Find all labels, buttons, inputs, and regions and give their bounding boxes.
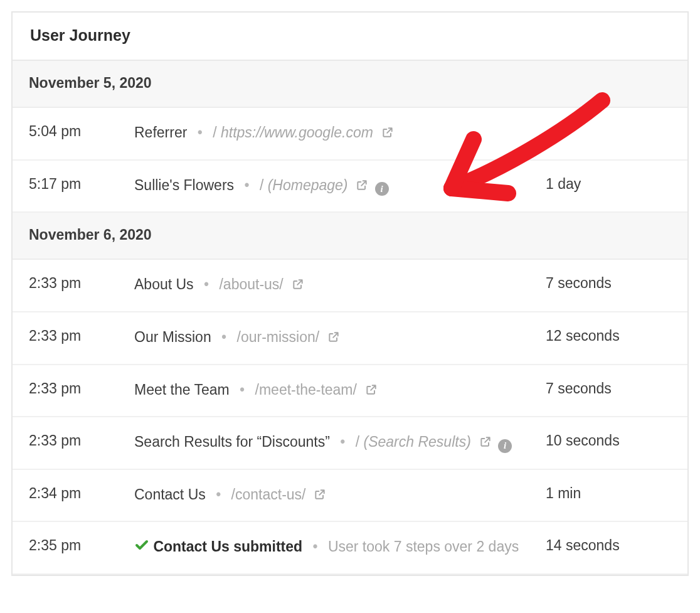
entry-time: 2:35 pm [29, 536, 134, 554]
journey-entry-submission: 2:35 pm Contact Us submitted • User took… [13, 522, 687, 575]
entry-path: /our-mission/ [237, 329, 320, 345]
entry-title: Meet the Team [134, 381, 230, 398]
external-link-icon[interactable] [314, 485, 326, 508]
check-icon [134, 537, 149, 560]
entry-duration: 10 seconds [546, 431, 671, 449]
path-slash: / [260, 177, 268, 193]
entry-main: About Us • /about-us/ [134, 274, 546, 297]
journey-entry: 2:33 pm Meet the Team • /meet-the-team/ … [13, 365, 687, 418]
external-link-icon[interactable] [356, 176, 368, 198]
entry-time: 2:33 pm [29, 379, 134, 397]
journey-entry: 5:17 pm Sullie's Flowers • / (Homepage) … [13, 161, 687, 213]
submission-title: Contact Us submitted [153, 538, 302, 555]
entry-duration: 1 min [546, 484, 671, 502]
separator-dot: • [198, 276, 215, 292]
external-link-icon[interactable] [365, 380, 378, 403]
path-slash: / [356, 434, 364, 450]
date-header: November 5, 2020 [13, 61, 687, 108]
entry-title: Our Mission [134, 329, 211, 345]
entry-duration: 7 seconds [546, 379, 671, 397]
entry-main: Contact Us • /contact-us/ [134, 484, 546, 508]
separator-dot: • [191, 124, 209, 141]
entry-duration: 7 seconds [546, 274, 671, 292]
entry-duration: 12 seconds [546, 326, 671, 344]
entry-time: 2:33 pm [29, 431, 134, 449]
entry-duration: 14 seconds [546, 536, 671, 554]
entry-path: /contact-us/ [231, 486, 306, 503]
entry-path: /meet-the-team/ [255, 381, 357, 398]
submission-summary: User took 7 steps over 2 days [328, 538, 519, 555]
journey-entry: 2:33 pm Our Mission • /our-mission/ 12 s… [13, 312, 687, 365]
entry-main: Contact Us submitted • User took 7 steps… [134, 536, 546, 560]
entry-title: Search Results for “Discounts” [134, 434, 330, 450]
entry-time: 2:34 pm [29, 484, 134, 502]
external-link-icon[interactable] [381, 123, 394, 146]
journey-entry: 5:04 pm Referrer • / https://www.google.… [13, 108, 687, 161]
entry-duration: 1 day [546, 174, 671, 193]
entry-time: 5:17 pm [29, 174, 134, 193]
entry-time: 2:33 pm [29, 274, 134, 292]
separator-dot: • [215, 329, 233, 345]
info-icon[interactable]: i [498, 439, 512, 453]
entry-main: Search Results for “Discounts” • / (Sear… [134, 431, 546, 455]
panel-title: User Journey [30, 26, 130, 44]
separator-dot: • [209, 486, 227, 503]
info-icon[interactable]: i [375, 182, 389, 196]
entry-time: 2:33 pm [29, 326, 134, 344]
entry-path: /about-us/ [219, 276, 283, 292]
entry-title: Sullie's Flowers [134, 177, 234, 193]
entry-main: Meet the Team • /meet-the-team/ [134, 379, 546, 403]
entry-main: Sullie's Flowers • / (Homepage) i [134, 174, 546, 198]
separator-dot: • [306, 538, 324, 555]
entry-title: Contact Us [134, 486, 206, 503]
entry-path: (Homepage) [268, 177, 348, 193]
external-link-icon[interactable] [479, 432, 492, 455]
panel-header: User Journey [13, 13, 687, 61]
entry-main: Referrer • / https://www.google.com [134, 122, 546, 146]
separator-dot: • [233, 381, 251, 398]
journey-entry: 2:33 pm About Us • /about-us/ 7 seconds [13, 260, 687, 312]
separator-dot: • [238, 177, 255, 193]
entry-path: (Search Results) [364, 434, 471, 450]
external-link-icon[interactable] [327, 328, 340, 350]
entry-path: https://www.google.com [221, 124, 373, 141]
entry-title: About Us [134, 276, 194, 292]
separator-dot: • [334, 434, 351, 450]
entry-main: Our Mission • /our-mission/ [134, 326, 546, 350]
date-header: November 6, 2020 [13, 213, 687, 260]
entry-time: 5:04 pm [29, 122, 134, 140]
external-link-icon[interactable] [292, 275, 304, 297]
path-slash: / [213, 124, 221, 141]
entry-duration [546, 122, 671, 123]
entry-title: Referrer [134, 124, 187, 141]
journey-entry: 2:33 pm Search Results for “Discounts” •… [13, 417, 687, 470]
journey-entry: 2:34 pm Contact Us • /contact-us/ 1 min [13, 470, 687, 523]
user-journey-panel: User Journey November 5, 2020 5:04 pm Re… [11, 11, 689, 576]
